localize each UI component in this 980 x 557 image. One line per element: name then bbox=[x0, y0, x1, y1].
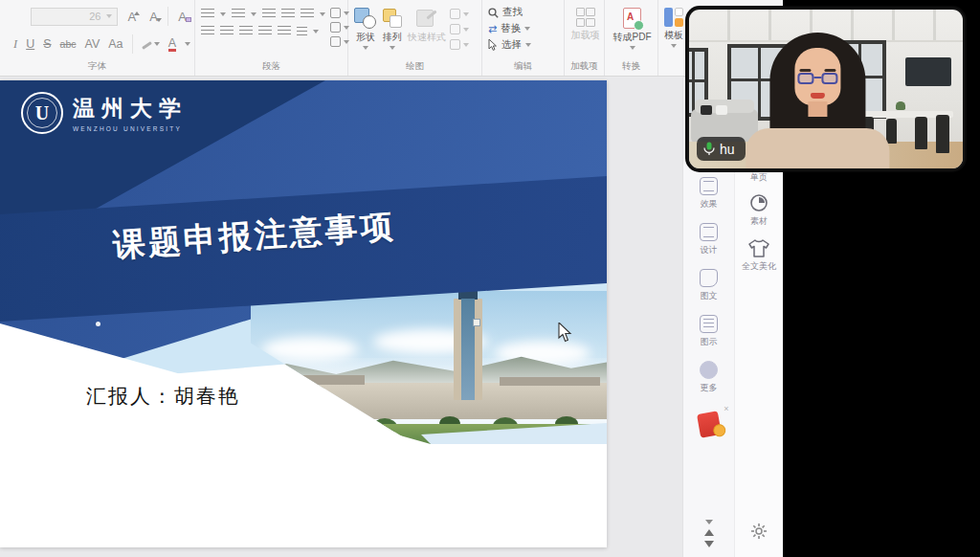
face bbox=[794, 48, 840, 105]
increase-indent-icon[interactable] bbox=[281, 9, 295, 19]
sidebar-item-beautify-all[interactable]: 全文美化 bbox=[742, 239, 776, 273]
increase-font-button[interactable]: A bbox=[123, 10, 140, 24]
university-name-en: WENZHOU UNIVERSITY bbox=[73, 125, 188, 132]
presenter-text[interactable]: 汇报人：胡春艳 bbox=[86, 383, 240, 410]
promo-red-packet[interactable]: × bbox=[699, 412, 720, 436]
design-icon bbox=[700, 223, 718, 241]
decrease-font-button[interactable]: A bbox=[145, 10, 162, 24]
slide-canvas[interactable]: U 温州大学 WENZHOU UNIVERSITY 课题申报注意事项 汇报人：胡… bbox=[0, 80, 607, 547]
font-size-value: 26 bbox=[89, 11, 100, 22]
template-icon bbox=[664, 8, 683, 27]
sidebar-item-effects[interactable]: 效果 bbox=[700, 177, 718, 211]
video-frame: 26 A A A I U S abc AV bbox=[0, 0, 980, 557]
shirt-icon bbox=[748, 239, 769, 257]
arrange-button[interactable]: 排列 bbox=[381, 5, 404, 60]
row-spacing-icon[interactable] bbox=[330, 8, 341, 18]
shapes-button[interactable]: 形状 bbox=[354, 5, 377, 60]
numbered-list-icon[interactable] bbox=[232, 9, 245, 19]
find-button[interactable]: 查找 bbox=[488, 6, 560, 19]
strikethrough-button[interactable]: S bbox=[43, 37, 51, 51]
shape-fill-icon[interactable] bbox=[450, 9, 460, 19]
single-page-label[interactable]: 单页 bbox=[750, 171, 768, 184]
clock-icon bbox=[749, 193, 768, 212]
text-direction-icon[interactable] bbox=[330, 22, 341, 33]
participant-name-badge: hu bbox=[697, 137, 746, 161]
template-button[interactable]: 模板 bbox=[664, 5, 683, 60]
convert-smartart-icon[interactable] bbox=[330, 36, 341, 47]
underline-button[interactable]: U bbox=[26, 37, 34, 51]
replace-button[interactable]: ⇄ 替换 bbox=[488, 22, 560, 35]
ribbon-toolbar: 26 A A A I U S abc AV bbox=[0, 0, 783, 77]
convert-group-label: 转换 bbox=[605, 60, 657, 73]
glasses-icon bbox=[797, 73, 813, 84]
glasses-icon bbox=[821, 73, 837, 84]
webcam-video: hu bbox=[689, 10, 963, 168]
scroll-down-icon[interactable] bbox=[705, 520, 713, 524]
sidebar-item-textgraphics[interactable]: 图文 bbox=[700, 269, 718, 302]
editing-workspace: U 温州大学 WENZHOU UNIVERSITY 课题申报注意事项 汇报人：胡… bbox=[0, 78, 682, 557]
ribbon-group-addins: 加载项 加载项 bbox=[565, 0, 605, 76]
ribbon-group-paragraph: 段落 bbox=[195, 0, 348, 76]
campus-tower bbox=[454, 299, 482, 400]
clear-format-button[interactable]: A bbox=[174, 10, 190, 24]
editing-group-label: 编辑 bbox=[482, 60, 564, 73]
columns-icon[interactable] bbox=[297, 27, 307, 35]
font-color-button[interactable]: A bbox=[168, 36, 176, 52]
shared-screen: 26 A A A I U S abc AV bbox=[0, 0, 783, 557]
promo-close-button[interactable]: × bbox=[724, 404, 728, 413]
shoulders bbox=[746, 128, 889, 168]
addins-grid-icon bbox=[576, 8, 595, 27]
font-group-label: 字体 bbox=[0, 60, 194, 73]
align-right-icon[interactable] bbox=[239, 26, 253, 36]
text-highlight-icon[interactable] bbox=[141, 38, 145, 51]
addins-button[interactable]: 加载项 bbox=[570, 5, 600, 42]
more-icon bbox=[700, 361, 718, 379]
ribbon-group-drawing: 形状 排列 快速样式 绘图 bbox=[348, 0, 482, 76]
shape-outline-icon[interactable] bbox=[450, 24, 460, 34]
drawing-group-label: 绘图 bbox=[348, 60, 481, 73]
mouse-cursor-icon bbox=[558, 323, 572, 343]
delete-line-button[interactable]: abc bbox=[60, 38, 77, 50]
font-size-box[interactable]: 26 bbox=[31, 8, 118, 26]
decrease-indent-icon[interactable] bbox=[262, 9, 276, 19]
sidebar-item-more[interactable]: 更多 bbox=[700, 361, 718, 394]
prev-slide-button[interactable] bbox=[704, 529, 714, 536]
italic-button[interactable]: I bbox=[13, 37, 17, 52]
decor-dot bbox=[96, 322, 100, 326]
char-spacing-button[interactable]: AV bbox=[84, 37, 100, 51]
ribbon-group-editing: 查找 ⇄ 替换 选择 编辑 bbox=[482, 0, 565, 76]
sidebar-item-design[interactable]: 设计 bbox=[700, 223, 718, 256]
webcam-overlay: hu bbox=[687, 8, 965, 170]
replace-icon: ⇄ bbox=[488, 23, 497, 35]
shape-effects-icon[interactable] bbox=[450, 39, 460, 50]
distribute-icon[interactable] bbox=[278, 26, 291, 36]
university-name-cn: 温州大学 bbox=[73, 94, 188, 123]
line-spacing-icon[interactable] bbox=[301, 9, 314, 19]
quick-styles-button[interactable]: 快速样式 bbox=[408, 5, 446, 60]
paragraph-group-label: 段落 bbox=[195, 60, 347, 73]
justify-icon[interactable] bbox=[258, 26, 272, 36]
next-slide-button[interactable] bbox=[704, 541, 714, 547]
settings-gear-icon[interactable] bbox=[750, 523, 768, 540]
addins-group-label: 加载项 bbox=[565, 60, 604, 73]
change-case-button[interactable]: Aa bbox=[108, 37, 122, 51]
bullet-list-icon[interactable] bbox=[201, 9, 214, 19]
to-pdf-button[interactable]: A 转成PDF bbox=[611, 5, 654, 50]
select-button[interactable]: 选择 bbox=[488, 38, 560, 52]
lips bbox=[811, 93, 825, 99]
sidebar-item-diagram[interactable]: 图示 bbox=[700, 315, 718, 348]
diagram-icon bbox=[700, 315, 718, 333]
red-packet-icon bbox=[696, 411, 721, 437]
arrange-icon bbox=[381, 8, 404, 29]
quick-styles-icon bbox=[415, 8, 438, 29]
align-center-icon[interactable] bbox=[220, 26, 234, 36]
university-logo: U 温州大学 WENZHOU UNIVERSITY bbox=[21, 92, 188, 134]
slide-nav-arrows bbox=[683, 520, 734, 547]
text-graphics-icon bbox=[700, 269, 718, 287]
university-seal-icon: U bbox=[21, 92, 63, 134]
shapes-icon bbox=[354, 8, 377, 29]
font-size-caret-icon bbox=[106, 14, 112, 18]
align-left-icon[interactable] bbox=[201, 26, 214, 36]
sidebar-item-material[interactable]: 素材 bbox=[749, 193, 768, 228]
participant-name: hu bbox=[720, 142, 735, 157]
